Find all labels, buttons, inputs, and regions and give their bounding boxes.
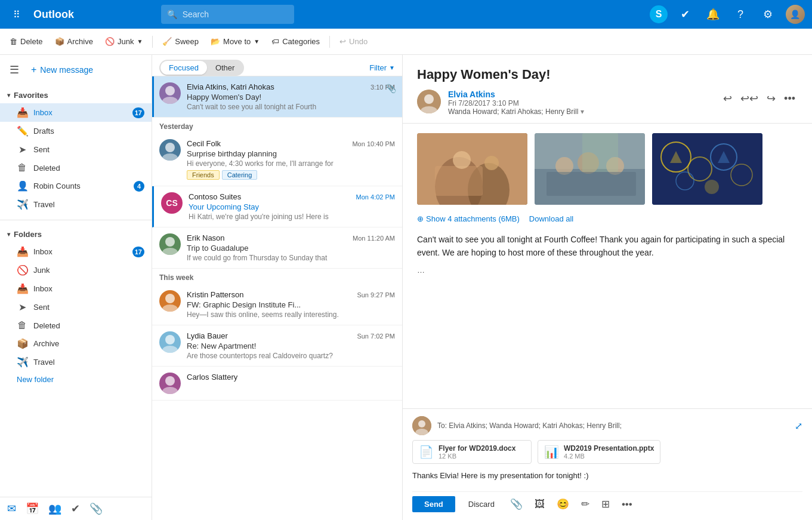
delete-button[interactable]: 🗑 Delete [5, 35, 48, 48]
focused-tab[interactable]: Focused [160, 61, 207, 75]
folders-item-travel[interactable]: ✈️ Travel [0, 353, 152, 371]
email-item-7[interactable]: Carlos Slattery [152, 367, 402, 401]
email-subject-4: Trip to Guadalupe [187, 244, 395, 253]
people-bottom-icon[interactable]: 👥 [48, 502, 61, 515]
svg-point-2 [165, 143, 175, 152]
new-folder-button[interactable]: New folder [0, 371, 61, 387]
new-message-button[interactable]: + New message [26, 62, 98, 78]
categories-button[interactable]: 🏷 Categories [267, 35, 325, 48]
other-tab[interactable]: Other [207, 61, 243, 75]
svg-point-7 [162, 304, 178, 312]
email-item-1[interactable]: Elvia Atkins, Katri Ahokas 3:10 PM Happy… [152, 76, 402, 118]
attachment-thumb-3[interactable] [652, 133, 762, 205]
favorites-header[interactable]: ▾ Favorites [0, 87, 152, 103]
more-options-button[interactable]: ••• [619, 496, 635, 513]
email-content-2: Cecil Folk Mon 10:40 PM Surprise birthda… [187, 139, 395, 180]
show-attachments-button[interactable]: ⊕ Show 4 attachments (6MB) [417, 214, 520, 223]
junk-button[interactable]: 🚫 Junk ▼ [100, 35, 147, 48]
folders-item-inbox[interactable]: 📥 Inbox 17 [0, 242, 152, 261]
email-header-3: Contoso Suites Mon 4:02 PM [189, 192, 395, 201]
emoji-button[interactable]: 😊 [554, 496, 572, 513]
discard-button[interactable]: Discard [462, 496, 501, 512]
email-avatar-7 [159, 373, 181, 394]
email-date-group-thisweek: This week [152, 269, 402, 284]
recipients-dropdown-icon[interactable]: ▾ [581, 107, 584, 116]
reply-back-button[interactable]: ↩ [721, 90, 734, 107]
reply-attachment-2-size: 4.2 MB [564, 453, 654, 460]
bell-icon-button[interactable]: 🔔 [703, 5, 723, 24]
toolbar-sep-1 [152, 36, 153, 48]
reading-more-button[interactable]: … [417, 266, 798, 275]
reply-text-input[interactable]: Thanks Elvia! Here is my presentation fo… [412, 469, 802, 487]
chevron-down-icon: ▾ [7, 92, 10, 99]
reply-attachment-1-info: Flyer for WD2019.docx 12 KB [439, 444, 515, 460]
more-actions-button[interactable]: ••• [782, 90, 798, 107]
search-wrap: 🔍 [161, 5, 483, 24]
help-icon-button[interactable]: ? [731, 5, 750, 24]
reply-attachment-1[interactable]: 📄 Flyer for WD2019.docx 12 KB [412, 440, 532, 464]
sidebar-item-inbox[interactable]: 📥 Inbox 17 [0, 103, 152, 122]
email-item-6[interactable]: Lydia Bauer Sun 7:02 PM Re: New Apartmen… [152, 325, 402, 367]
calendar-bottom-icon[interactable]: 📅 [26, 502, 39, 515]
attach-button[interactable]: 📎 [508, 496, 525, 513]
svg-point-34 [705, 180, 719, 194]
reply-expand-button[interactable]: ⤢ [795, 420, 802, 432]
reply-all-button[interactable]: ↩↩ [738, 90, 761, 107]
reply-attachment-2-info: WD2019 Presentation.pptx 4.2 MB [564, 444, 654, 460]
sweep-icon: 🧹 [162, 37, 172, 46]
reply-attachment-2[interactable]: 📊 WD2019 Presentation.pptx 4.2 MB [538, 440, 660, 464]
email-avatar-5 [159, 290, 181, 312]
email-avatar-2 [159, 139, 181, 161]
hamburger-button[interactable]: ☰ [7, 61, 21, 79]
attachment-thumb-1[interactable] [417, 133, 527, 205]
attachment-thumb-2[interactable] [535, 133, 645, 205]
filter-button[interactable]: Filter ▼ [369, 63, 395, 72]
categories-icon: 🏷 [271, 37, 279, 46]
image-button[interactable]: 🖼 [532, 496, 547, 513]
email-header-6: Lydia Bauer Sun 7:02 PM [187, 331, 395, 340]
move-to-button[interactable]: 📂 Move to ▼ [206, 35, 264, 48]
draw-button[interactable]: ✏ [579, 496, 592, 513]
archive-button[interactable]: 📦 Archive [50, 35, 98, 48]
folders-header[interactable]: ▾ Folders [0, 226, 152, 242]
search-input[interactable] [161, 5, 294, 24]
attach-bottom-icon[interactable]: 📎 [89, 502, 103, 515]
apps-grid-button[interactable]: ⠿ [7, 5, 26, 24]
svg-point-20 [484, 156, 499, 170]
sidebar-item-deleted[interactable]: 🗑 Deleted [0, 159, 152, 177]
skype-icon-button[interactable]: S [650, 5, 668, 23]
settings-icon-button[interactable]: ⚙ [758, 5, 777, 24]
folders-item-junk[interactable]: 🚫 Junk [0, 261, 152, 279]
svg-rect-18 [435, 166, 483, 196]
tag-catering: Catering [222, 170, 258, 180]
email-item-4[interactable]: Erik Nason Mon 11:20 AM Trip to Guadalup… [152, 227, 402, 269]
reading-avatar-svg [417, 90, 441, 113]
inbox-icon: 📥 [17, 107, 27, 118]
move-icon: 📂 [211, 37, 220, 46]
thumb-svg-1 [417, 133, 527, 205]
download-all-button[interactable]: Download all [529, 214, 573, 223]
word-icon: 📄 [419, 445, 434, 459]
check-icon-button[interactable]: ✔ [676, 5, 695, 24]
sweep-button[interactable]: 🧹 Sweep [158, 35, 203, 48]
email-item-2[interactable]: Cecil Folk Mon 10:40 PM Surprise birthda… [152, 133, 402, 186]
svg-point-38 [418, 420, 425, 427]
mail-bottom-icon[interactable]: ✉ [7, 502, 16, 515]
forward-button[interactable]: ↪ [764, 90, 778, 107]
email-item-3[interactable]: CS Contoso Suites Mon 4:02 PM Your Upcom… [152, 186, 402, 227]
table-button[interactable]: ⊞ [599, 496, 612, 513]
folders-item-inbox2[interactable]: 📥 Inbox [0, 279, 152, 298]
folders-item-archive[interactable]: 📦 Archive [0, 334, 152, 353]
tasks-bottom-icon[interactable]: ✔ [71, 502, 80, 515]
sidebar-item-robin-counts[interactable]: 👤 Robin Counts 4 [0, 177, 152, 195]
toolbar: 🗑 Delete 📦 Archive 🚫 Junk ▼ 🧹 Sweep 📂 Mo… [0, 29, 812, 55]
user-avatar[interactable]: 👤 [786, 5, 805, 24]
sidebar-item-travel[interactable]: ✈️ Travel [0, 195, 152, 214]
folders-item-deleted[interactable]: 🗑 Deleted [0, 316, 152, 334]
send-button[interactable]: Send [412, 496, 455, 512]
folders-item-sent[interactable]: ➤ Sent [0, 298, 152, 316]
sidebar-item-sent[interactable]: ➤ Sent [0, 140, 152, 159]
undo-button[interactable]: ↩ Undo [335, 35, 372, 48]
email-item-5[interactable]: Kristin Patterson Sun 9:27 PM FW: Graphi… [152, 284, 402, 325]
sidebar-item-drafts[interactable]: ✏️ Drafts [0, 122, 152, 140]
